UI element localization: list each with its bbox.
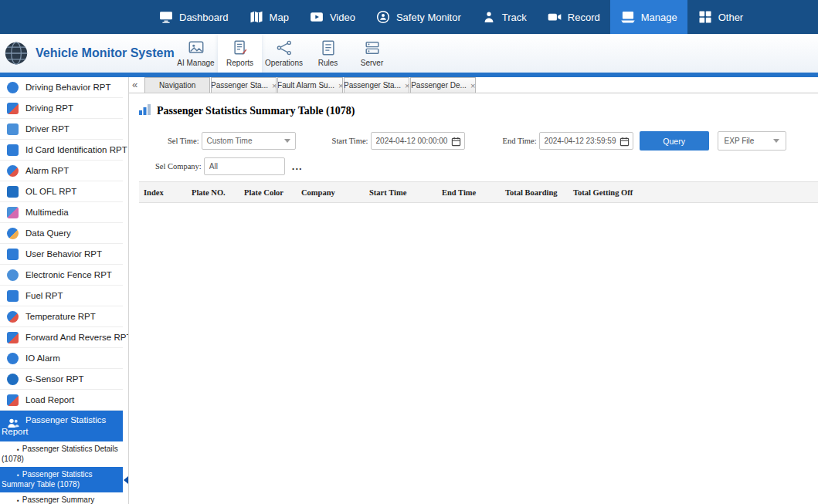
tab-close-icon[interactable]: × bbox=[338, 82, 343, 90]
sidebar-item-label: Driver RPT bbox=[25, 124, 70, 134]
sidebar-subitem-label: Passenger Statistics Summary Table (1078… bbox=[2, 470, 92, 489]
sel-time-value: Custom Time bbox=[207, 137, 253, 145]
topnav-dashboard[interactable]: Dashboard bbox=[148, 0, 239, 34]
sidebar-subitem-passenger-statistics-summary-table[interactable]: ▪Passenger Statistics Summary Table (107… bbox=[0, 467, 123, 492]
tab-fault-alarm-summary[interactable]: Fault Alarm Su... × bbox=[277, 77, 343, 93]
query-form-row-1: Sel Time: Custom Time Start Time: End Ti… bbox=[139, 131, 818, 151]
start-time-label: Start Time: bbox=[332, 137, 368, 145]
tab-close-icon[interactable]: × bbox=[272, 82, 277, 90]
sidebar-item-label: Data Query bbox=[25, 228, 71, 238]
sidebar-item-load-report[interactable]: Load Report bbox=[0, 390, 123, 411]
subnav-label: AI Manage bbox=[177, 59, 214, 67]
subnav-server[interactable]: Server bbox=[350, 34, 394, 73]
sel-company-input[interactable] bbox=[204, 157, 285, 175]
track-icon bbox=[481, 9, 497, 25]
topnav-label: Safety Monitor bbox=[396, 12, 461, 23]
sidebar-item-label: G-Sensor RPT bbox=[25, 374, 83, 384]
sidebar-item-user-behavior-rpt[interactable]: User Behavior RPT bbox=[0, 244, 123, 265]
fuel-pump-icon bbox=[7, 290, 19, 302]
exp-file-button[interactable]: EXP File bbox=[718, 131, 786, 151]
tab-passenger-statistics-2[interactable]: Passenger Sta... × bbox=[344, 77, 409, 93]
tab-close-icon[interactable]: × bbox=[470, 82, 475, 90]
sidebar-subitem-label: Passenger Summary bbox=[22, 496, 94, 504]
sidebar-item-label: Load Report bbox=[25, 395, 74, 404]
topnav-video[interactable]: Video bbox=[299, 0, 365, 34]
company-picker-ellipsis-button[interactable]: ... bbox=[292, 164, 303, 170]
sidebar-item-driver-rpt[interactable]: Driver RPT bbox=[0, 119, 123, 140]
online-offline-chart-icon bbox=[7, 186, 19, 198]
sidebar-item-label: IO Alarm bbox=[25, 353, 60, 363]
tab-label: Navigation bbox=[159, 81, 195, 90]
subnav-operations[interactable]: Operations bbox=[262, 34, 306, 73]
subnav-label: Reports bbox=[226, 59, 253, 67]
tab-label: Passenger Sta... bbox=[344, 81, 401, 90]
tab-navigation[interactable]: Navigation bbox=[144, 77, 210, 93]
bar-chart-icon bbox=[139, 103, 151, 118]
safety-monitor-icon bbox=[375, 9, 391, 25]
sidebar-item-label: Forward And Reverse RPT bbox=[25, 333, 129, 342]
topnav-label: Dashboard bbox=[179, 12, 229, 23]
topnav-track[interactable]: Track bbox=[471, 0, 537, 34]
sidebar-item-label: Driving Behavior RPT bbox=[25, 83, 111, 92]
sidebar-item-g-sensor-rpt[interactable]: G-Sensor RPT bbox=[0, 369, 123, 390]
subnav-ai-manage[interactable]: AI Manage bbox=[174, 34, 218, 73]
exp-file-label: EXP File bbox=[725, 137, 755, 145]
topnav-manage[interactable]: Manage bbox=[610, 0, 687, 34]
topnav-label: Map bbox=[270, 12, 289, 23]
driving-flag-icon bbox=[7, 103, 19, 114]
sidebar-item-io-alarm[interactable]: IO Alarm bbox=[0, 348, 123, 369]
user-behavior-icon bbox=[7, 249, 19, 260]
start-time-wrap bbox=[371, 132, 465, 150]
tab-close-icon[interactable]: × bbox=[405, 82, 409, 90]
operations-icon bbox=[276, 39, 293, 56]
sub-navigation: AI Manage Reports Operations Rules Serve… bbox=[174, 34, 394, 73]
col-company: Company bbox=[297, 182, 365, 203]
bullet-icon: ▪ bbox=[17, 472, 19, 479]
topnav-label: Other bbox=[718, 12, 744, 23]
query-form-row-2: Sel Company: ... bbox=[139, 157, 818, 175]
server-icon bbox=[364, 39, 381, 56]
sidebar-item-alarm-rpt[interactable]: Alarm RPT bbox=[0, 161, 123, 181]
topnav-other[interactable]: Other bbox=[687, 0, 754, 34]
id-card-icon bbox=[7, 144, 19, 156]
sel-company-label: Sel Company: bbox=[155, 162, 202, 171]
sidebar-item-label: Electronic Fence RPT bbox=[25, 270, 112, 279]
subnav-rules[interactable]: Rules bbox=[306, 34, 350, 73]
sidebar-subitem-passenger-statistics-details[interactable]: ▪Passenger Statistics Details (1078) bbox=[0, 441, 123, 467]
page-title-row: Passenger Statistics Summary Table (1078… bbox=[139, 103, 818, 118]
io-alarm-icon bbox=[7, 353, 19, 364]
sidebar-item-passenger-statistics-report[interactable]: Passenger Statistics Report bbox=[0, 411, 123, 441]
tab-passenger-details[interactable]: Passenger De... × bbox=[410, 77, 476, 93]
sidebar-item-ol-ofl-rpt[interactable]: OL OFL RPT bbox=[0, 181, 123, 202]
col-end-time: End Time bbox=[437, 182, 501, 203]
calendar-icon[interactable] bbox=[451, 136, 461, 150]
calendar-icon[interactable] bbox=[619, 136, 630, 150]
sel-time-select[interactable]: Custom Time bbox=[202, 132, 296, 150]
sidebar-item-data-query[interactable]: Data Query bbox=[0, 223, 123, 244]
sidebar-item-fuel-rpt[interactable]: Fuel RPT bbox=[0, 286, 123, 306]
sidebar-item-forward-and-reverse-rpt[interactable]: Forward And Reverse RPT bbox=[0, 327, 123, 348]
topnav-map[interactable]: Map bbox=[239, 0, 299, 34]
topnav-spacer bbox=[0, 0, 148, 34]
app-logo-globe-icon bbox=[3, 40, 29, 66]
driver-icon bbox=[7, 123, 19, 135]
sidebar-item-driving-rpt[interactable]: Driving RPT bbox=[0, 98, 123, 119]
driving-behavior-icon bbox=[7, 82, 19, 93]
chevron-down-icon bbox=[773, 139, 779, 143]
sidebar-collapse-button[interactable]: « bbox=[132, 79, 137, 90]
tab-passenger-statistics-1[interactable]: Passenger Sta... × bbox=[211, 77, 277, 93]
sidebar-item-temperature-rpt[interactable]: Temperature RPT bbox=[0, 306, 123, 327]
sidebar-subitem-passenger-summary[interactable]: ▪Passenger Summary bbox=[0, 492, 123, 504]
query-button[interactable]: Query bbox=[640, 131, 709, 151]
sidebar-item-id-card-identification-rpt[interactable]: Id Card Identification RPT bbox=[0, 140, 123, 161]
topnav-label: Record bbox=[568, 12, 600, 23]
sidebar-item-driving-behavior-rpt[interactable]: Driving Behavior RPT bbox=[0, 77, 123, 98]
topnav-safety-monitor[interactable]: Safety Monitor bbox=[365, 0, 471, 34]
tab-label: Passenger Sta... bbox=[211, 81, 268, 90]
subnav-reports[interactable]: Reports bbox=[218, 34, 262, 73]
sidebar-item-electronic-fence-rpt[interactable]: Electronic Fence RPT bbox=[0, 265, 123, 286]
load-report-clipboard-icon bbox=[7, 394, 19, 406]
topnav-label: Track bbox=[502, 12, 527, 23]
topnav-record[interactable]: Record bbox=[537, 0, 610, 34]
sidebar-item-multimedia[interactable]: Multimedia bbox=[0, 202, 123, 223]
